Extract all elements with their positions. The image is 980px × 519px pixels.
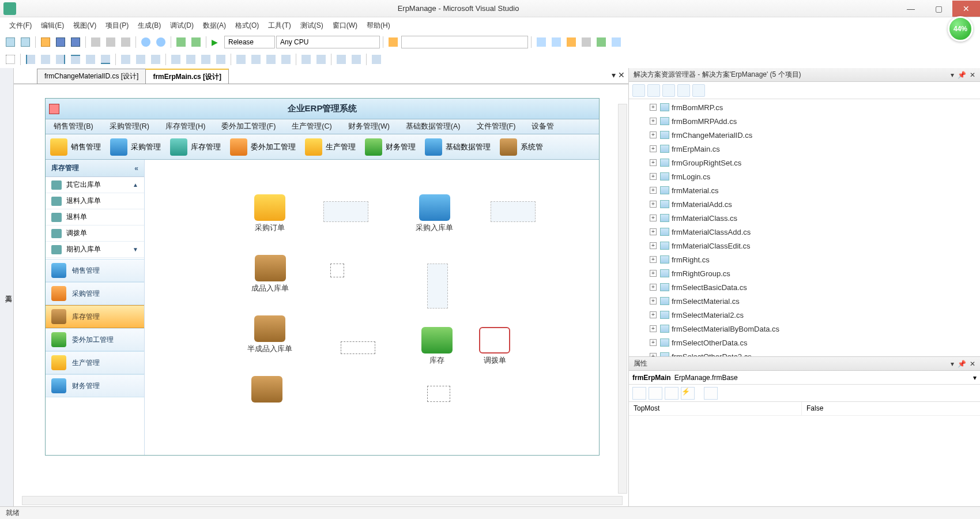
expand-toggle[interactable]: + <box>650 270 657 277</box>
redo-icon[interactable] <box>154 35 168 49</box>
expand-toggle[interactable]: + <box>650 104 657 111</box>
properties-grid[interactable]: TopMost False <box>629 402 980 506</box>
menu-help[interactable]: 帮助(H) <box>362 18 395 33</box>
flow-arrow-down[interactable] <box>427 264 448 309</box>
pin-icon[interactable]: 📌 <box>958 71 966 79</box>
expand-toggle[interactable]: + <box>650 173 657 180</box>
flow-node-2[interactable] <box>427 386 450 402</box>
expand-toggle[interactable]: + <box>650 325 657 332</box>
menu-data[interactable]: 数据(A) <box>198 18 231 33</box>
center-h-icon[interactable] <box>299 52 313 66</box>
expand-toggle[interactable]: + <box>650 187 657 194</box>
properties-icon[interactable] <box>632 84 645 97</box>
erp-toolbar-item[interactable]: 生产管理 <box>300 138 360 156</box>
cut-icon[interactable] <box>89 35 103 49</box>
tree-node[interactable]: +frmSelectMaterialByBomData.cs <box>631 322 978 336</box>
refresh-icon[interactable] <box>662 84 675 97</box>
add-item-icon[interactable] <box>18 35 32 49</box>
tree-node[interactable]: +frmChangeMaterialID.cs <box>631 128 978 142</box>
solution-tree[interactable]: +frmBomMRP.cs+frmBomMRPAdd.cs+frmChangeM… <box>629 99 980 356</box>
misc-icon-1[interactable] <box>534 35 548 49</box>
tree-node[interactable]: +frmRight.cs <box>631 253 978 266</box>
erp-toolbar-item[interactable]: 采购管理 <box>105 138 165 156</box>
save-icon[interactable] <box>54 35 67 49</box>
erp-toolbar-item[interactable]: 系统管 <box>495 138 548 156</box>
expand-toggle[interactable]: + <box>650 145 657 152</box>
property-value[interactable]: False <box>802 402 980 415</box>
solution-explorer-header[interactable]: 解决方案资源管理器 - 解决方案'ErpManage' (5 个项目) ▾ 📌 … <box>629 68 980 82</box>
expand-toggle[interactable]: + <box>650 228 657 235</box>
sidebar-nav-item[interactable]: 财务管理 <box>46 374 144 397</box>
find-icon[interactable] <box>386 35 400 49</box>
events-icon[interactable]: ⚡ <box>681 387 695 400</box>
flow-arrow-right[interactable] <box>323 201 368 222</box>
undo-icon[interactable] <box>139 35 153 49</box>
erp-menu-basicdata[interactable]: 基础数据管理(A) <box>398 122 469 131</box>
open-file-icon[interactable] <box>39 35 52 49</box>
view-design-icon[interactable] <box>692 84 705 97</box>
close-button[interactable]: ✕ <box>952 1 980 17</box>
horizontal-scrollbar[interactable] <box>22 496 623 505</box>
nav-back-icon[interactable] <box>174 35 188 49</box>
sidebar-list-item[interactable]: 退料单 <box>46 209 144 225</box>
flow-extra[interactable] <box>251 376 282 405</box>
erp-form[interactable]: 企业ERP管理系统 销售管理(B) 采购管理(R) 库存管理(H) 委外加工管理… <box>45 98 600 456</box>
config-dropdown[interactable]: Release <box>224 36 275 48</box>
start-debug-icon[interactable]: ▶ <box>209 35 223 49</box>
expand-toggle[interactable]: + <box>650 159 657 166</box>
tree-node[interactable]: +frmRightGroup.cs <box>631 266 978 280</box>
erp-menu-purchase[interactable]: 采购管理(R) <box>101 122 157 131</box>
flow-purchase-in[interactable]: 采购入库单 <box>416 194 453 233</box>
designer-surface[interactable]: 企业ERP管理系统 销售管理(B) 采购管理(R) 库存管理(H) 委外加工管理… <box>14 84 628 506</box>
tab-order-icon[interactable] <box>370 52 383 66</box>
tab-close-icon[interactable]: ✕ <box>618 70 625 80</box>
align-top-icon[interactable] <box>69 52 82 66</box>
tree-node[interactable]: +frmSelectOtherData.cs <box>631 336 978 349</box>
chevron-down-icon[interactable]: ▾ <box>973 374 977 382</box>
sidebar-list-item[interactable]: 期初入库单▼ <box>46 242 144 258</box>
erp-menu-file[interactable]: 文件管理(F) <box>469 122 524 131</box>
platform-dropdown[interactable]: Any CPU <box>276 36 380 48</box>
misc-icon-2[interactable] <box>549 35 563 49</box>
erp-canvas[interactable]: 采购订单 采购入库单 成品入库单 <box>145 160 599 455</box>
tree-node[interactable]: +frmMaterialAdd.cs <box>631 197 978 211</box>
vspace-inc-icon[interactable] <box>249 52 263 66</box>
sidebar-nav-item[interactable]: 销售管理 <box>46 259 144 282</box>
menu-view[interactable]: 视图(V) <box>69 18 101 33</box>
tree-node[interactable]: +frmMaterialClassEdit.cs <box>631 239 978 253</box>
tree-node[interactable]: +frmLogin.cs <box>631 170 978 183</box>
find-dropdown[interactable] <box>401 36 528 48</box>
tree-node[interactable]: +frmMaterial.cs <box>631 183 978 197</box>
align-grid-icon[interactable] <box>3 52 17 66</box>
toolbox-tab[interactable]: 工具箱 <box>0 68 14 506</box>
expand-toggle[interactable]: + <box>650 311 657 318</box>
flow-stock[interactable]: 库存 <box>421 327 453 366</box>
vspace-eq-icon[interactable] <box>234 52 248 66</box>
expand-toggle[interactable]: + <box>650 215 657 221</box>
sidebar-list-item[interactable]: 其它出库单▲ <box>46 177 144 193</box>
erp-menu-stock[interactable]: 库存管理(H) <box>157 122 213 131</box>
flow-transfer[interactable]: 调拨单 <box>479 327 510 366</box>
menu-tools[interactable]: 工具(T) <box>263 18 295 33</box>
expand-toggle[interactable]: + <box>650 201 657 208</box>
tab-frmchangematerialid[interactable]: frmChangeMaterialID.cs [设计] <box>37 69 146 84</box>
align-center-icon[interactable] <box>39 52 52 66</box>
sidebar-nav-item[interactable]: 生产管理 <box>46 351 144 374</box>
tree-node[interactable]: +frmErpMain.cs <box>631 142 978 156</box>
erp-menu-outsource[interactable]: 委外加工管理(F) <box>213 122 284 131</box>
tree-node[interactable]: +frmSelectMaterial.cs <box>631 294 978 308</box>
show-all-icon[interactable] <box>647 84 660 97</box>
menu-build[interactable]: 生成(B) <box>133 18 165 33</box>
misc-icon-4[interactable] <box>579 35 593 49</box>
sidebar-nav-item[interactable]: 库存管理 <box>46 305 144 328</box>
flow-arrow-right-2[interactable] <box>491 201 536 222</box>
expand-icon[interactable]: ▲ <box>133 182 138 188</box>
erp-menu-sales[interactable]: 销售管理(B) <box>46 122 101 131</box>
flow-connector[interactable] <box>341 341 375 354</box>
resharper-badge[interactable]: 44% <box>948 16 973 42</box>
menu-project[interactable]: 项目(P) <box>101 18 133 33</box>
hspace-rem-icon[interactable] <box>214 52 228 66</box>
bring-front-icon[interactable] <box>334 52 348 66</box>
menu-file[interactable]: 文件(F) <box>5 18 36 33</box>
center-v-icon[interactable] <box>314 52 328 66</box>
